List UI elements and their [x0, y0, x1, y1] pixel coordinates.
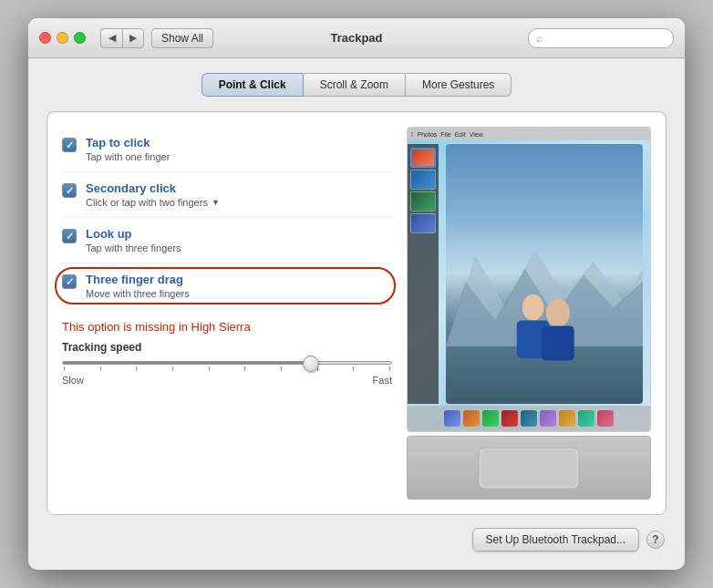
back-button[interactable]: ◀	[100, 28, 122, 48]
checkmark-tap-to-click: ✓	[66, 139, 74, 151]
tab-scroll-zoom[interactable]: Scroll & Zoom	[304, 73, 406, 97]
option-desc-look-up: Tap with three fingers	[86, 242, 392, 253]
preview-side:  Photos File Edit View	[407, 127, 651, 500]
main-window: ◀ ▶ Show All Trackpad ⌕ Point & Click Sc…	[28, 18, 685, 570]
titlebar: ◀ ▶ Show All Trackpad ⌕	[28, 18, 685, 58]
setup-bluetooth-button[interactable]: Set Up Bluetooth Trackpad...	[472, 528, 639, 552]
option-title-look-up: Look up	[86, 227, 392, 241]
fake-screen:  Photos File Edit View	[408, 128, 650, 431]
people-svg	[495, 248, 604, 378]
tab-more-gestures[interactable]: More Gestures	[406, 73, 512, 97]
preview-container:  Photos File Edit View	[407, 127, 651, 432]
svg-point-4	[546, 299, 570, 327]
tick	[64, 366, 65, 371]
thumbnail-1	[410, 148, 436, 168]
slider-fast-label: Fast	[373, 375, 392, 386]
thumbnail-strip	[408, 144, 439, 404]
checkmark-look-up: ✓	[66, 231, 74, 242]
search-input[interactable]	[546, 32, 666, 45]
checkmark-three-finger-drag: ✓	[66, 276, 74, 288]
tick	[244, 366, 245, 371]
slider-labels: Slow Fast	[62, 375, 392, 386]
fake-menu-file: File	[440, 131, 450, 138]
dock-icon-2	[463, 410, 480, 427]
tracking-label: Tracking speed	[62, 341, 392, 354]
dock-icon-8	[578, 410, 594, 427]
option-text-look-up: Look up Tap with three fingers	[86, 227, 392, 253]
checkbox-secondary-click[interactable]: ✓	[62, 183, 77, 198]
search-box[interactable]: ⌕	[528, 28, 674, 48]
option-title-tap-to-click: Tap to click	[86, 136, 392, 150]
fake-menu-edit: Edit	[455, 131, 466, 138]
thumbnail-4	[410, 213, 436, 233]
tick	[353, 366, 354, 371]
photo-area	[446, 144, 643, 404]
option-secondary-click: ✓ Secondary click Click or tap with two …	[62, 172, 392, 218]
nav-buttons: ◀ ▶	[100, 28, 144, 48]
checkbox-three-finger-drag[interactable]: ✓	[62, 274, 77, 289]
slider-thumb[interactable]	[303, 356, 319, 372]
maximize-button[interactable]	[74, 32, 86, 44]
option-title-secondary-click: Secondary click	[86, 181, 392, 195]
slider-track[interactable]	[62, 361, 392, 365]
option-desc-tap-to-click: Tap with one finger	[86, 151, 392, 162]
dock-icon-6	[540, 410, 556, 427]
option-look-up: ✓ Look up Tap with three fingers	[62, 218, 392, 263]
option-desc-secondary-click: Click or tap with two fingers ▼	[86, 197, 392, 208]
window-title: Trackpad	[330, 31, 382, 45]
fake-dock	[408, 406, 650, 431]
tick	[136, 366, 137, 371]
checkbox-tap-to-click[interactable]: ✓	[62, 138, 77, 152]
trackpad-graphic	[407, 436, 651, 500]
tab-point-click[interactable]: Point & Click	[202, 73, 304, 97]
svg-rect-5	[542, 325, 574, 360]
svg-rect-7	[481, 450, 576, 486]
option-tap-to-click: ✓ Tap to click Tap with one finger	[62, 127, 392, 172]
option-text-secondary-click: Secondary click Click or tap with two fi…	[86, 181, 392, 208]
show-all-button[interactable]: Show All	[151, 28, 213, 48]
dock-icon-9	[597, 410, 614, 427]
slider-container: Slow Fast	[62, 361, 392, 404]
close-button[interactable]	[39, 32, 51, 44]
search-icon: ⌕	[536, 32, 542, 45]
missing-notice: This option is missing in High Sierra	[62, 320, 392, 334]
slider-ticks	[62, 366, 392, 371]
option-three-finger-drag: ✓ Three finger drag Move with three fing…	[62, 263, 392, 309]
bottom-bar: Set Up Bluetooth Trackpad... ?	[46, 528, 666, 552]
traffic-lights	[39, 32, 86, 44]
forward-button[interactable]: ▶	[122, 28, 144, 48]
option-text-three-finger-drag: Three finger drag Move with three finger…	[86, 273, 392, 299]
slider-slow-label: Slow	[62, 375, 84, 386]
content-area: Point & Click Scroll & Zoom More Gesture…	[28, 58, 685, 570]
help-button[interactable]: ?	[646, 531, 665, 549]
option-desc-three-finger-drag: Move with three fingers	[86, 288, 392, 299]
dock-icon-5	[521, 410, 537, 427]
minimize-button[interactable]	[57, 32, 68, 44]
fake-menu-apple: 	[411, 131, 414, 138]
dock-icon-1	[444, 410, 460, 427]
checkbox-look-up[interactable]: ✓	[62, 229, 77, 243]
dropdown-arrow-secondary-click[interactable]: ▼	[212, 198, 220, 207]
tick	[100, 366, 101, 371]
tracking-section: Tracking speed	[62, 341, 392, 404]
main-panel: ✓ Tap to click Tap with one finger ✓ Sec…	[46, 111, 666, 515]
tick	[389, 366, 390, 371]
options-side: ✓ Tap to click Tap with one finger ✓ Sec…	[62, 127, 392, 500]
tick	[281, 366, 282, 371]
thumbnail-2	[410, 170, 436, 190]
svg-point-2	[522, 294, 544, 321]
tick	[209, 366, 210, 371]
fake-menubar:  Photos File Edit View	[408, 128, 650, 140]
option-title-three-finger-drag: Three finger drag	[86, 273, 392, 286]
dock-icon-4	[501, 410, 518, 427]
fake-menu-view: View	[470, 131, 483, 138]
thumbnail-3	[410, 191, 436, 211]
tab-bar: Point & Click Scroll & Zoom More Gesture…	[46, 73, 666, 97]
checkmark-secondary-click: ✓	[66, 185, 74, 197]
fake-menu-photos: Photos	[418, 131, 438, 138]
tick	[172, 366, 173, 371]
trackpad-svg	[474, 443, 584, 493]
dock-icon-3	[482, 410, 499, 427]
option-text-tap-to-click: Tap to click Tap with one finger	[86, 136, 392, 162]
dock-icon-7	[559, 410, 575, 427]
